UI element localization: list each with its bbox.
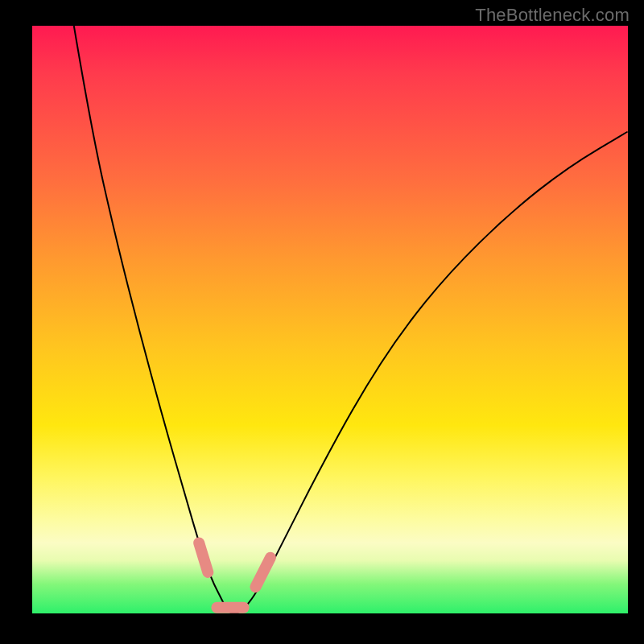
bottleneck-curve-svg	[32, 26, 628, 613]
bottleneck-curve	[74, 26, 628, 613]
watermark-text: TheBottleneck.com	[475, 5, 630, 26]
plot-area	[32, 26, 628, 613]
chart-frame: TheBottleneck.com	[0, 0, 644, 644]
curve-markers	[199, 543, 270, 607]
left-descent-marker	[199, 543, 208, 572]
right-ascent-marker	[256, 558, 271, 588]
